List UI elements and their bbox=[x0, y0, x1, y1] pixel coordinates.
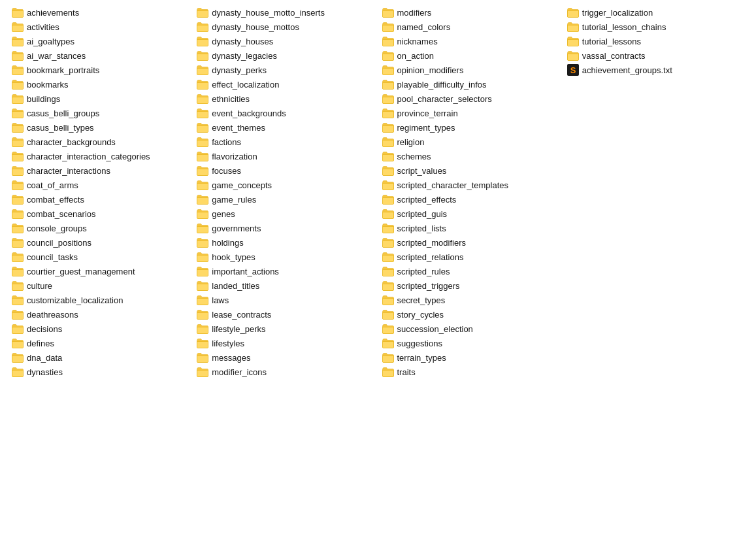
list-item[interactable]: dynasty_legacies bbox=[193, 48, 378, 63]
list-item[interactable]: secret_types bbox=[378, 293, 563, 307]
list-item[interactable]: scripted_effects bbox=[378, 192, 563, 207]
list-item[interactable]: religion bbox=[378, 135, 563, 149]
list-item[interactable]: hook_types bbox=[193, 250, 378, 264]
list-item[interactable]: story_cycles bbox=[378, 307, 563, 322]
list-item[interactable]: regiment_types bbox=[378, 120, 563, 135]
list-item[interactable]: lifestyle_perks bbox=[193, 322, 378, 336]
list-item[interactable]: terrain_types bbox=[378, 350, 563, 365]
list-item[interactable]: modifier_icons bbox=[193, 365, 378, 379]
list-item[interactable]: game_concepts bbox=[193, 178, 378, 192]
list-item[interactable]: on_action bbox=[378, 48, 563, 63]
list-item[interactable]: dynasties bbox=[8, 365, 193, 379]
folder-icon bbox=[197, 324, 208, 334]
list-item[interactable]: lease_contracts bbox=[193, 307, 378, 322]
list-item[interactable]: traits bbox=[378, 365, 563, 379]
list-item[interactable]: customizable_localization bbox=[8, 293, 193, 307]
item-label: achievements bbox=[27, 8, 79, 18]
list-item[interactable]: effect_localization bbox=[193, 77, 378, 92]
list-item[interactable]: flavorization bbox=[193, 149, 378, 163]
list-item[interactable]: factions bbox=[193, 135, 378, 149]
folder-icon bbox=[197, 295, 208, 305]
list-item[interactable]: event_backgrounds bbox=[193, 106, 378, 120]
list-item[interactable]: dynasty_house_mottos bbox=[193, 20, 378, 34]
list-item[interactable]: scripted_relations bbox=[378, 250, 563, 264]
item-label: character_backgrounds bbox=[27, 137, 116, 147]
list-item[interactable]: achievements bbox=[8, 5, 193, 20]
list-item[interactable]: character_interactions bbox=[8, 163, 193, 178]
list-item[interactable]: casus_belli_groups bbox=[8, 106, 193, 120]
list-item[interactable]: tutorial_lesson_chains bbox=[563, 20, 748, 34]
list-item[interactable]: pool_character_selectors bbox=[378, 92, 563, 106]
list-item[interactable]: dynasty_house_motto_inserts bbox=[193, 5, 378, 20]
list-item[interactable]: council_positions bbox=[8, 235, 193, 250]
list-item[interactable]: important_actions bbox=[193, 264, 378, 278]
list-item[interactable]: nicknames bbox=[378, 34, 563, 48]
list-item[interactable]: scripted_triggers bbox=[378, 278, 563, 293]
list-item[interactable]: bookmark_portraits bbox=[8, 63, 193, 77]
folder-icon bbox=[12, 252, 24, 262]
item-label: flavorization bbox=[212, 152, 257, 161]
list-item[interactable]: ai_war_stances bbox=[8, 48, 193, 63]
list-item[interactable]: schemes bbox=[378, 149, 563, 163]
folder-icon bbox=[197, 22, 208, 32]
item-label: ai_goaltypes bbox=[27, 37, 74, 46]
item-label: religion bbox=[397, 137, 425, 147]
list-item[interactable]: genes bbox=[193, 207, 378, 221]
list-item[interactable]: trigger_localization bbox=[563, 5, 748, 20]
list-item[interactable]: script_values bbox=[378, 163, 563, 178]
folder-icon bbox=[382, 252, 394, 262]
list-item[interactable]: defines bbox=[8, 336, 193, 350]
list-item[interactable]: casus_belli_types bbox=[8, 120, 193, 135]
list-item[interactable]: combat_effects bbox=[8, 192, 193, 207]
list-item[interactable]: coat_of_arms bbox=[8, 178, 193, 192]
list-item[interactable]: courtier_guest_management bbox=[8, 264, 193, 278]
list-item[interactable]: landed_titles bbox=[193, 278, 378, 293]
list-item[interactable]: named_colors bbox=[378, 20, 563, 34]
folder-icon bbox=[382, 208, 394, 219]
list-item[interactable]: vassal_contracts bbox=[563, 48, 748, 63]
list-item[interactable]: ai_goaltypes bbox=[8, 34, 193, 48]
list-item[interactable]: S achievement_groups.txt bbox=[563, 63, 748, 77]
list-item[interactable]: activities bbox=[8, 20, 193, 34]
list-item[interactable]: holdings bbox=[193, 235, 378, 250]
list-item[interactable]: lifestyles bbox=[193, 336, 378, 350]
list-item[interactable]: game_rules bbox=[193, 192, 378, 207]
folder-icon bbox=[12, 237, 24, 248]
list-item[interactable]: modifiers bbox=[378, 5, 563, 20]
list-item[interactable]: scripted_modifiers bbox=[378, 235, 563, 250]
list-item[interactable]: deathreasons bbox=[8, 307, 193, 322]
list-item[interactable]: suggestions bbox=[378, 336, 563, 350]
list-item[interactable]: dna_data bbox=[8, 350, 193, 365]
list-item[interactable]: culture bbox=[8, 278, 193, 293]
list-item[interactable]: event_themes bbox=[193, 120, 378, 135]
list-item[interactable]: laws bbox=[193, 293, 378, 307]
list-item[interactable]: scripted_character_templates bbox=[378, 178, 563, 192]
list-item[interactable]: province_terrain bbox=[378, 106, 563, 120]
list-item[interactable]: ethnicities bbox=[193, 92, 378, 106]
list-item[interactable]: council_tasks bbox=[8, 250, 193, 264]
list-item[interactable]: scripted_guis bbox=[378, 207, 563, 221]
column-col2: dynasty_house_motto_inserts dynasty_hous… bbox=[193, 5, 378, 379]
list-item[interactable]: dynasty_houses bbox=[193, 34, 378, 48]
folder-icon bbox=[12, 367, 24, 377]
list-item[interactable]: console_groups bbox=[8, 221, 193, 235]
list-item[interactable]: bookmarks bbox=[8, 77, 193, 92]
list-item[interactable]: focuses bbox=[193, 163, 378, 178]
list-item[interactable]: scripted_rules bbox=[378, 264, 563, 278]
folder-icon bbox=[197, 165, 208, 176]
item-label: courtier_guest_management bbox=[27, 267, 135, 276]
list-item[interactable]: character_backgrounds bbox=[8, 135, 193, 149]
list-item[interactable]: dynasty_perks bbox=[193, 63, 378, 77]
list-item[interactable]: messages bbox=[193, 350, 378, 365]
folder-icon bbox=[567, 22, 579, 32]
list-item[interactable]: decisions bbox=[8, 322, 193, 336]
list-item[interactable]: governments bbox=[193, 221, 378, 235]
list-item[interactable]: opinion_modifiers bbox=[378, 63, 563, 77]
list-item[interactable]: character_interaction_categories bbox=[8, 149, 193, 163]
list-item[interactable]: playable_difficulty_infos bbox=[378, 77, 563, 92]
list-item[interactable]: tutorial_lessons bbox=[563, 34, 748, 48]
list-item[interactable]: combat_scenarios bbox=[8, 207, 193, 221]
list-item[interactable]: buildings bbox=[8, 92, 193, 106]
list-item[interactable]: succession_election bbox=[378, 322, 563, 336]
list-item[interactable]: scripted_lists bbox=[378, 221, 563, 235]
